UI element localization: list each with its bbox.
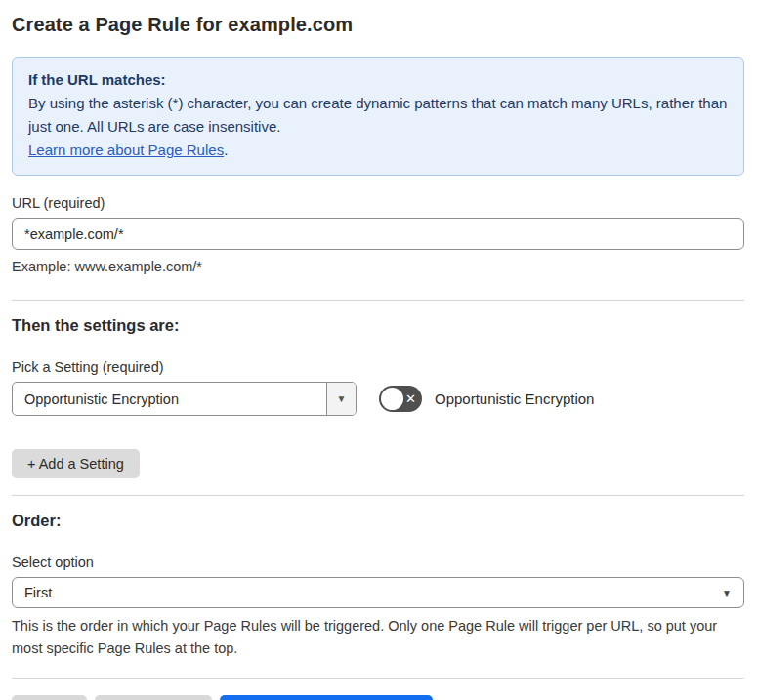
url-example-helper: Example: www.example.com/* (12, 256, 744, 278)
setting-dropdown-caret-button[interactable]: ▼ (326, 383, 356, 415)
section-divider (12, 300, 744, 301)
url-input[interactable] (12, 218, 744, 250)
order-helper-text: This is the order in which your Page Rul… (12, 615, 739, 660)
section-divider (12, 495, 744, 496)
section-divider (12, 678, 744, 679)
url-label: URL (required) (12, 195, 744, 211)
info-box-link-line: Learn more about Page Rules. (28, 139, 728, 162)
opportunistic-encryption-toggle[interactable]: ✕ (379, 386, 422, 412)
settings-heading: Then the settings are: (12, 316, 744, 335)
toggle-off-x-icon: ✕ (405, 392, 416, 405)
form-actions: Cancel Save as Draft Save and Deploy Pag… (12, 695, 744, 700)
setting-row: Opportunistic Encryption ▼ ✕ Opportunist… (12, 382, 744, 416)
save-draft-button[interactable]: Save as Draft (95, 695, 212, 700)
page-rule-form: Create a Page Rule for example.com If th… (0, 0, 757, 700)
link-suffix: . (224, 142, 228, 158)
cancel-button[interactable]: Cancel (12, 695, 87, 700)
setting-dropdown[interactable]: Opportunistic Encryption ▼ (12, 382, 357, 416)
learn-more-link[interactable]: Learn more about Page Rules (28, 142, 224, 158)
setting-dropdown-value: Opportunistic Encryption (13, 383, 326, 415)
info-box-body: By using the asterisk (*) character, you… (28, 92, 728, 139)
url-matches-info-box: If the URL matches: By using the asteris… (12, 57, 744, 176)
pick-setting-label: Pick a Setting (required) (12, 359, 744, 375)
info-box-heading: If the URL matches: (28, 68, 728, 92)
toggle-knob (381, 388, 403, 410)
chevron-down-icon: ▼ (337, 393, 347, 404)
add-setting-button[interactable]: + Add a Setting (12, 449, 140, 478)
order-select-value: First (24, 585, 52, 600)
order-select[interactable]: First ▼ (12, 577, 744, 608)
page-title: Create a Page Rule for example.com (12, 14, 744, 36)
order-heading: Order: (12, 512, 744, 530)
toggle-label: Opportunistic Encryption (435, 391, 594, 407)
select-option-label: Select option (12, 555, 744, 570)
chevron-down-icon: ▼ (722, 588, 732, 598)
save-deploy-button[interactable]: Save and Deploy Page Rule (220, 695, 433, 700)
